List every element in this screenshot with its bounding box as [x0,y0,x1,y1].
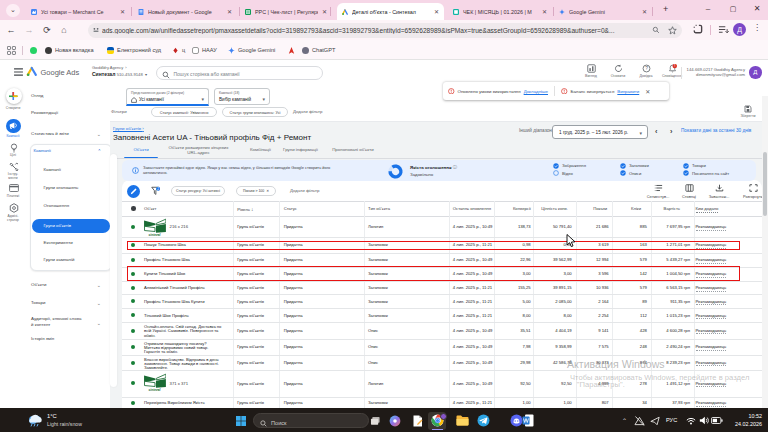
svg-text:!: ! [674,64,675,68]
svg-text:sintezal: sintezal [148,233,160,237]
svg-text:2: 2 [157,187,159,191]
svg-text:?: ? [645,66,648,71]
svg-text:sintezal: sintezal [148,388,160,392]
